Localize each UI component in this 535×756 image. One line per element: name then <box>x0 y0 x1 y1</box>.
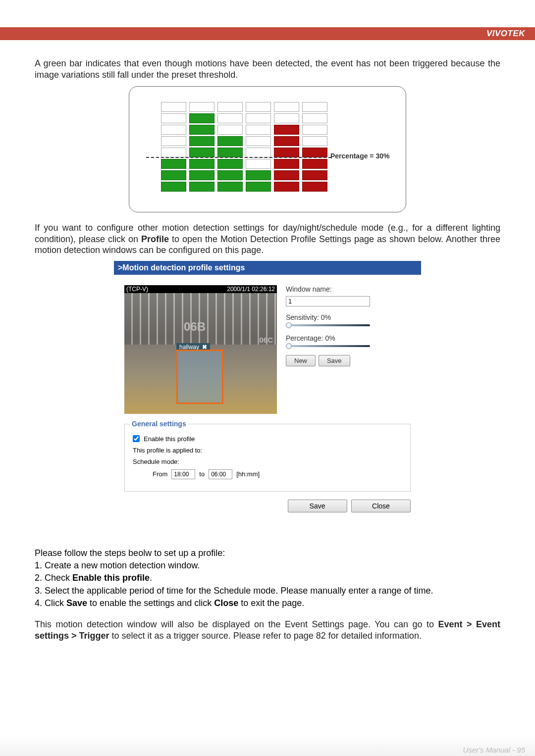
threshold-chart-figure: Percentage = 30% <box>129 86 406 212</box>
motion-window-box[interactable] <box>176 350 223 404</box>
from-label: From <box>153 470 167 478</box>
schedule-mode-label: Schedule mode: <box>133 458 179 465</box>
general-legend: General settings <box>130 420 188 428</box>
step-1: 1. Create a new motion detection window. <box>35 560 500 571</box>
profile-panel: >Motion detection profile settings (TCP-… <box>114 261 421 523</box>
window-name-label: Window name: <box>286 285 411 293</box>
preview-text-06b: 06B <box>184 320 206 334</box>
sensitivity-label: Sensitivity: 0% <box>286 313 411 321</box>
percentage-label: Percentage = 30% <box>330 152 389 160</box>
overlay-left: (TCP-V) <box>126 286 148 293</box>
enable-profile-label: Enable this profile <box>144 435 195 443</box>
to-time-input[interactable] <box>209 469 232 479</box>
applied-to-label: This profile is applied to: <box>133 447 202 454</box>
threshold-line <box>146 157 331 158</box>
sensitivity-slider[interactable] <box>286 324 370 326</box>
steps-list: Please follow the steps beolw to set up … <box>35 548 500 609</box>
header-bar: VIVOTEK <box>0 27 535 40</box>
percentage-label-ctrl: Percentage: 0% <box>286 334 411 342</box>
preview-text-06c: 06C <box>259 336 273 344</box>
brand-text: VIVOTEK <box>486 29 525 39</box>
profile-save-button[interactable]: Save <box>288 500 347 512</box>
step-2: 2. Check Enable this profile. <box>35 572 500 584</box>
to-label: to <box>199 470 205 478</box>
closing-para: This motion detection window will also b… <box>35 619 500 641</box>
window-name-input[interactable] <box>286 296 370 306</box>
from-time-input[interactable] <box>171 469 195 479</box>
time-format-hint: [hh:mm] <box>236 470 260 478</box>
para-profile-info: If you want to configure other motion de… <box>35 222 500 256</box>
panel-title: >Motion detection profile settings <box>114 261 421 275</box>
preview-overlay: (TCP-V) 2000/1/1 02:26:12 <box>124 285 277 293</box>
footer-text: User's Manual - 95 <box>463 746 525 754</box>
new-button[interactable]: New <box>286 355 316 366</box>
page-footer: User's Manual - 95 <box>0 735 535 756</box>
general-settings-fieldset: General settings Enable this profile Thi… <box>124 424 411 492</box>
profile-close-button[interactable]: Close <box>351 500 411 512</box>
save-button[interactable]: Save <box>319 355 350 366</box>
video-preview[interactable]: (TCP-V) 2000/1/1 02:26:12 06B 06C hallwa… <box>124 285 277 414</box>
para2-bold: Profile <box>141 234 169 244</box>
overlay-timestamp: 2000/1/1 02:26:12 <box>227 286 275 293</box>
slider-thumb-icon[interactable] <box>286 343 292 349</box>
step-3: 3. Select the applicable period of time … <box>35 585 500 597</box>
motion-controls: Window name: Sensitivity: 0% Percentage:… <box>286 285 411 414</box>
para-green-bar: A green bar indicates that even though m… <box>35 58 500 80</box>
percentage-slider[interactable] <box>286 345 370 347</box>
enable-profile-checkbox[interactable] <box>133 435 140 442</box>
slider-thumb-icon[interactable] <box>286 322 292 328</box>
step-4: 4. Click Save to enable the settings and… <box>35 598 500 609</box>
steps-intro: Please follow the steps beolw to set up … <box>35 548 500 559</box>
